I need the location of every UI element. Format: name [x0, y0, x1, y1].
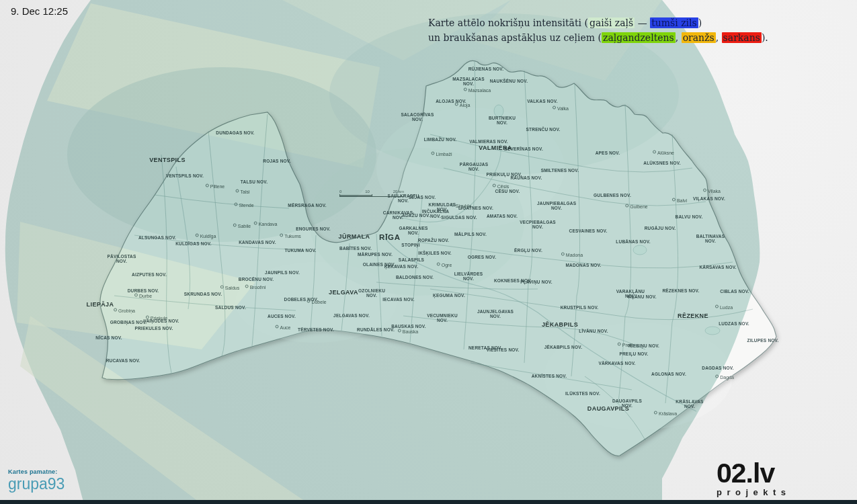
scale-bar: 0 10 20 km [339, 190, 404, 197]
municipality-label: TUKUMA NOV. [284, 248, 316, 253]
legend-dark-blue-swatch: tumši zils [650, 17, 698, 28]
scale-tick-0: 0 [339, 190, 341, 194]
town-label: Alūksne [653, 151, 674, 155]
municipality-label: KULDĪGAS NOV. [175, 241, 212, 246]
municipality-label: DAGDAS NOV. [702, 366, 733, 370]
municipality-label: GULBENES NOV. [594, 193, 631, 198]
town-label: Brocēni [245, 285, 266, 290]
grupa93-logo[interactable]: grupa93 [8, 476, 65, 492]
municipality-label: BURTNIEKU NOV. [483, 116, 522, 126]
municipality-label: KANDAVAS NOV. [239, 240, 276, 245]
municipality-label: LIMBAŽU NOV. [424, 137, 457, 142]
municipality-label: BALVU NOV. [675, 214, 702, 219]
municipality-label: TALSU NOV. [241, 179, 268, 184]
legend-line1-suffix: ) [698, 17, 702, 28]
legend-line-2: un braukšanas apstākļus uz ceļiem (zaļga… [428, 30, 768, 45]
municipality-label: PĻAVIŅU NOV. [520, 280, 553, 284]
municipality-label: RUCAVAS NOV. [106, 358, 140, 363]
scale-tick-10: 10 [365, 190, 370, 194]
02lv-logo-subtitle: projekts [717, 488, 791, 497]
town-label: Limbaži [431, 152, 452, 157]
municipality-label: SALDUS NOV. [215, 305, 246, 310]
municipality-label: RĒZEKNES NOV. [662, 288, 699, 293]
town-label: Sabile [233, 224, 251, 228]
legend-line1-prefix: Karte attēlo nokrišņu intensitāti ( [428, 17, 588, 28]
legend-sep2: , [716, 32, 722, 43]
municipality-label: CESVAINES NOV. [569, 228, 608, 233]
municipality-label: VĀRKAVAS NOV. [598, 361, 635, 366]
town-label: Auce [276, 325, 291, 330]
municipality-label: MĀLPILS NOV. [454, 232, 487, 237]
legend-line2-prefix: un braukšanas apstākļus uz ceļiem ( [428, 32, 602, 43]
municipality-label: AKNĪSTES NOV. [532, 374, 567, 378]
municipality-label: MAZSALACAS NOV. [449, 77, 488, 87]
municipality-label: CĒSU NOV. [495, 189, 520, 194]
municipality-label: PĀRGAUJAS NOV. [454, 162, 493, 172]
weather-map-page: DUNDAGAS NOV.VENTSPILS NOV.TALSU NOV.ROJ… [0, 0, 857, 504]
municipality-label: JELGAVAS NOV. [333, 313, 370, 318]
municipality-label: KĀRSAVAS NOV. [699, 265, 736, 269]
municipality-label: LIELVĀRDES NOV. [449, 271, 488, 282]
municipality-label: PREIĻU NOV. [619, 351, 648, 356]
municipality-label: SALASPILS [399, 257, 424, 262]
town-label: Viļaka [703, 189, 721, 194]
legend-light-green-swatch: gaiši zaļš [588, 17, 635, 28]
town-label: Durbe [134, 294, 152, 298]
town-label: Sigulda [451, 204, 471, 208]
municipality-label: VIESĪTES NOV. [487, 347, 520, 352]
municipality-label: ZILUPES NOV. [747, 338, 779, 343]
town-label: Mazsalaca [464, 88, 491, 93]
municipality-label: LUBĀNAS NOV. [616, 239, 650, 244]
municipality-label: BALTINAVAS NOV. [691, 234, 730, 244]
municipality-label: VIĻĀNU NOV. [627, 294, 657, 299]
municipality-label: BABĪTES NOV. [339, 246, 372, 251]
municipality-label: DUNDAGAS NOV. [216, 130, 254, 135]
municipality-label: AMATAS NOV. [487, 214, 518, 218]
municipality-label: AIZPUTES NOV. [132, 272, 167, 277]
municipality-label: BROCĒNU NOV. [239, 277, 274, 282]
legend-line-1: Karte attēlo nokrišņu intensitāti (gaiši… [428, 15, 768, 30]
town-label: Madona [561, 253, 583, 257]
municipality-label: ĶEGUMA NOV. [433, 293, 465, 298]
municipality-label: VALKAS NOV. [527, 99, 558, 103]
municipality-label: MĒRSRAGA NOV. [288, 203, 326, 208]
02lv-logo[interactable]: 02.lv projekts [717, 460, 791, 497]
municipality-label: ILŪKSTES NOV. [565, 391, 600, 396]
municipality-label: ROPAŽU NOV. [418, 238, 449, 243]
municipality-label: VENTSPILS NOV. [166, 173, 204, 178]
town-label: Grobiņa [114, 308, 135, 313]
town-label: Valka [553, 106, 569, 111]
municipality-label: AGLONAS NOV. [651, 372, 686, 376]
city-label: JELGAVA [329, 289, 358, 296]
municipality-label: BALDONES NOV. [396, 275, 434, 280]
town-label: Kuldīga [196, 234, 216, 239]
city-label: JŪRMALA [339, 233, 370, 240]
municipality-label: SMILTENES NOV. [541, 168, 579, 173]
municipality-label: NAUKŠĒNU NOV. [490, 79, 528, 83]
city-label: LIEPĀJA [87, 301, 114, 308]
legend-sep1: , [676, 32, 682, 43]
city-label: VALMIERA [479, 144, 512, 151]
city-label: VENTSPILS [149, 157, 186, 163]
municipality-label: SALACGRĪVAS NOV. [398, 112, 437, 122]
municipality-label: OGRES NOV. [468, 255, 497, 259]
municipality-label: TĒRVETES NOV. [298, 327, 334, 332]
municipality-label: VECUMNIEKU NOV. [423, 313, 462, 323]
municipality-label: ALSUNGAS NOV. [138, 235, 176, 240]
town-label: Ogre [437, 263, 452, 267]
municipality-label: NĪCAS NOV. [95, 335, 122, 340]
municipality-label: SIGULDAS NOV. [441, 215, 477, 220]
town-label: Priekule [146, 316, 167, 321]
town-label: Kandava [254, 222, 278, 226]
town-label: Cēsis [493, 184, 509, 189]
municipality-label: APES NOV. [596, 151, 620, 155]
town-label: Talsi [235, 190, 249, 194]
city-label: RĒZEKNE [678, 312, 708, 319]
town-label: Dobele [307, 300, 326, 304]
municipality-label: MĀRUPES NOV. [358, 252, 393, 257]
municipality-label: IECAVAS NOV. [382, 297, 414, 302]
municipality-label: ĒRGĻU NOV. [514, 248, 542, 253]
municipality-label: VALMIERAS NOV. [469, 139, 508, 144]
legend-line2-suffix: ). [762, 32, 768, 43]
town-label: Dagda [715, 375, 734, 380]
